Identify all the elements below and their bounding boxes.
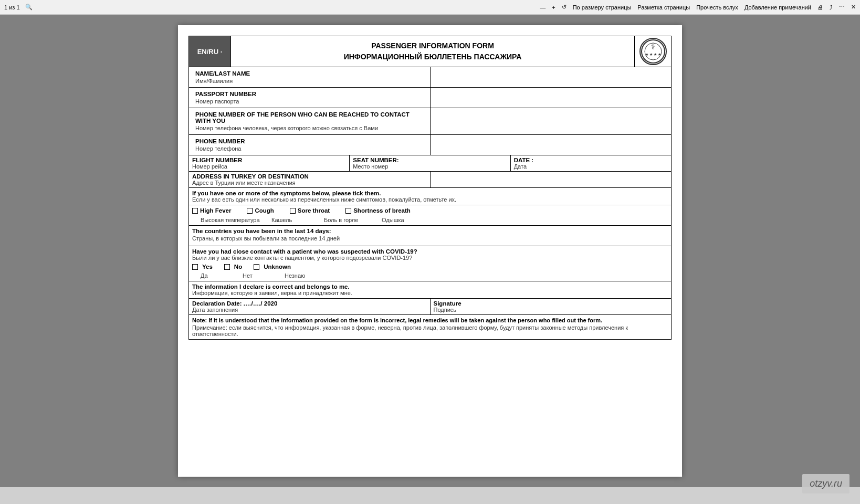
countries-header-ru: Страны, в которых вы побывали за последн… [192,235,668,242]
address-label-ru: Адрес в Турции или месте назначения [192,180,427,186]
share-icon[interactable]: ⤴ [830,4,833,10]
more-icon[interactable]: ⋯ [839,4,845,10]
seat-label-ru: Место номер [353,163,507,170]
language-button[interactable]: EN/RU · [189,36,231,67]
symptoms-header-en: If you have one or more of the symptoms … [192,190,668,196]
signature-en: Signature [434,300,668,307]
search-icon[interactable]: 🔍 [25,4,33,10]
passport-field-row: PASSPORT NUMBER Номер паспорта [189,88,671,108]
high-fever-checkbox[interactable] [192,208,198,214]
form-logo: ⚕ ★ ★ ★ ★ [634,36,671,67]
address-row: ADDRESS IN TURKEY OR DESTINATION Адрес в… [189,172,671,188]
refresh-icon[interactable]: ↺ [562,4,567,10]
form-title-ru: ИНФОРМАЦИОННЫЙ БЮЛЛЕТЕНЬ ПАССАЖИРА [235,51,630,62]
zoom-in-icon[interactable]: + [552,4,555,10]
decl-date-ru: Дата заполнения [192,307,427,313]
sore-throat-checkbox[interactable] [290,208,296,214]
declaration-row: The information I declare is correct and… [189,281,671,299]
close-icon[interactable]: ✕ [851,4,856,10]
note-ru: Примечание: если выяснится, что информац… [192,324,668,337]
form-title: PASSENGER INFORMATION FORM ИНФОРМАЦИОННЫ… [231,36,634,67]
form-title-en: PASSENGER INFORMATION FORM [235,40,630,51]
name-label-en: NAME/LAST NAME [192,69,427,77]
sign-date-row: Declaration Date: .…/…./ 2020 Дата запол… [189,299,671,315]
passenger-form: EN/RU · PASSENGER INFORMATION FORM ИНФОР… [188,36,672,340]
logo-emblem: ⚕ ★ ★ ★ ★ [639,38,667,65]
countries-header-en: The countries you have been in the last … [192,228,668,234]
flight-seat-date-row: FLIGHT NUMBER Номер рейса SEAT NUMBER: М… [189,155,671,172]
markup-btn[interactable]: Разметка страницы [637,4,690,10]
phone-number-row: PHONE NUMBER Номер телефона [189,135,671,155]
no-label: No [234,264,242,270]
countries-row: The countries you have been in the last … [189,226,671,246]
cough-label: Cough [255,207,274,214]
date-label-ru: Дата [514,163,668,170]
phone-label-ru: Номер телефона [192,145,427,153]
svg-text:★ ★ ★ ★: ★ ★ ★ ★ [645,52,661,56]
seat-label-en: SEAT NUMBER: [353,157,507,163]
yes-ru: Да [201,272,232,279]
symptoms-header-ru: Если у вас есть один или несколько из пе… [192,196,668,203]
passport-label-en: PASSPORT NUMBER [192,89,427,98]
sore-throat-ru: Боль в горле [324,217,382,223]
unknown-checkbox[interactable] [254,264,259,270]
phone-contact-input-area[interactable] [431,108,672,134]
cough-ru: Кашель [271,217,313,223]
passport-input-area[interactable] [431,88,672,108]
cough-checkbox[interactable] [247,208,253,214]
print-icon[interactable]: 🖨 [817,4,823,10]
covid-contact-header-ru: Были ли у вас близкие контакты с пациент… [192,255,668,261]
shortness-breath-checkbox[interactable] [345,208,351,214]
signature-ru: Подпись [434,307,668,313]
date-label-en: DATE : [514,157,668,163]
flight-label-en: FLIGHT NUMBER [192,157,346,163]
passport-label-ru: Номер паспорта [192,98,427,106]
covid-contact-row: Have you had close contact with a patien… [189,246,671,281]
sore-throat-label: Sore throat [298,207,330,214]
svg-text:⚕: ⚕ [651,43,655,51]
phone-contact-row: PHONE NUMBER OF THE PERSON WHO CAN BE RE… [189,108,671,135]
high-fever-label: High Fever [200,207,231,214]
phone-contact-label-en: PHONE NUMBER OF THE PERSON WHO CAN BE RE… [192,110,427,124]
page-number: 1 из 1 [4,4,20,10]
decl-date-en: Declaration Date: .…/…./ 2020 [192,300,427,307]
countries-input-area[interactable]: Страны, в которых вы побывали за последн… [192,234,668,244]
unknown-ru: Незнаю [285,272,305,279]
phone-contact-label-ru: Номер телефона человека, через которого … [192,124,427,133]
flight-label-ru: Номер рейса [192,163,346,170]
no-checkbox[interactable] [224,264,230,270]
minimize-icon[interactable]: — [540,4,546,10]
phone-input-area[interactable] [431,135,672,155]
phone-label-en: PHONE NUMBER [192,136,427,145]
high-fever-ru: Высокая температура [201,217,264,223]
unknown-label: Unknown [264,264,291,270]
declaration-en: The information I declare is correct and… [192,284,668,290]
name-label-ru: Имя/Фамилия [192,77,427,86]
form-header: EN/RU · PASSENGER INFORMATION FORM ИНФОР… [189,36,671,67]
declaration-ru: Информация, которую я заявил, верна и пр… [192,290,668,296]
emblem-svg: ⚕ ★ ★ ★ ★ [641,39,666,64]
name-input-area[interactable] [431,67,672,87]
covid-contact-header-en: Have you had close contact with a patien… [192,248,668,255]
name-field-row: NAME/LAST NAME Имя/Фамилия [189,67,671,88]
toolbar: 1 из 1 🔍 — + ↺ По размеру страницы Разме… [0,0,860,15]
symptoms-checkboxes-row: High Fever Cough Sore throat Shortness o… [189,205,671,226]
no-ru: Нет [243,272,274,279]
symptoms-header-row: If you have one or more of the symptoms … [189,188,671,205]
page-container: EN/RU · PASSENGER INFORMATION FORM ИНФОР… [0,15,860,487]
shortness-breath-ru: Одышка [382,217,404,223]
address-label-en: ADDRESS IN TURKEY OR DESTINATION [192,173,427,180]
shortness-breath-label: Shortness of breath [353,207,411,214]
note-en: Note: If it is understood that the infor… [192,317,668,323]
document-page: EN/RU · PASSENGER INFORMATION FORM ИНФОР… [178,25,682,477]
toolbar-right: — + ↺ По размеру страницы Разметка стран… [540,4,856,10]
note-row: Note: If it is understood that the infor… [189,315,671,339]
add-note-btn[interactable]: Добавление примечаний [744,4,811,10]
watermark: otzyv.ru [802,474,849,494]
yes-label: Yes [202,264,213,270]
read-aloud-btn[interactable]: Прочесть вслух [696,4,738,10]
fit-page-btn[interactable]: По размеру страницы [573,4,632,10]
toolbar-left: 1 из 1 🔍 [4,4,33,10]
address-input-area[interactable] [431,172,672,187]
yes-checkbox[interactable] [192,264,198,270]
